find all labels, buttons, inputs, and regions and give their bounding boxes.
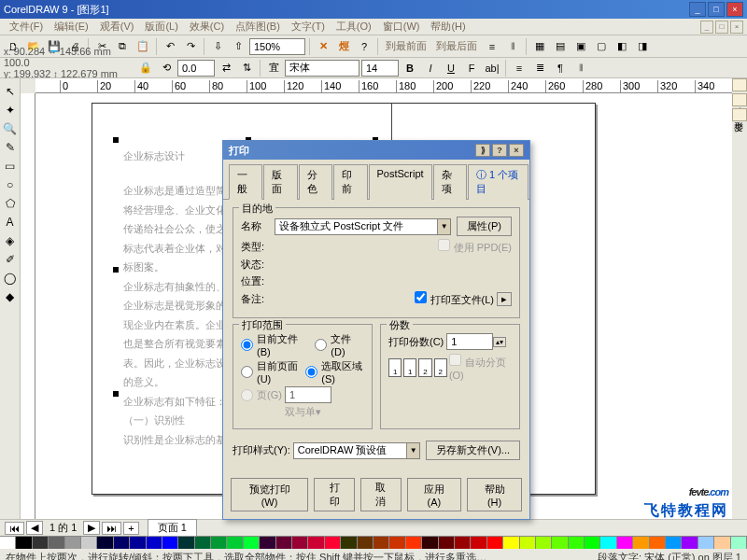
color-swatch[interactable]	[49, 537, 64, 549]
color-swatch[interactable]	[33, 537, 49, 549]
to-back-label[interactable]: 到最后面	[432, 39, 481, 53]
print-style-combo[interactable]: CorelDRAW 预设值 ▼	[293, 442, 420, 459]
color-swatch[interactable]	[178, 537, 194, 549]
color-swatch[interactable]	[406, 537, 422, 549]
menu-effects[interactable]: 效果(C)	[184, 20, 230, 34]
color-swatch[interactable]	[585, 537, 600, 549]
print-to-file-checkbox[interactable]: 打印至文件(L)	[415, 291, 494, 307]
fontsize-combo[interactable]: 14	[361, 60, 399, 77]
menu-layout[interactable]: 版面(L)	[139, 20, 183, 34]
color-swatch[interactable]	[633, 537, 649, 549]
color-swatch[interactable]	[650, 537, 666, 549]
menu-view[interactable]: 观看(V)	[94, 20, 140, 34]
break-icon[interactable]: ▢	[592, 37, 611, 56]
freehand-tool-icon[interactable]: ✎	[0, 138, 20, 157]
color-swatch[interactable]	[227, 537, 243, 549]
weld-icon[interactable]: ◨	[633, 37, 652, 56]
outline-tool-icon[interactable]: ◯	[0, 269, 20, 287]
lock-ratio-icon[interactable]: 🔒	[136, 59, 155, 77]
last-page-icon[interactable]: ⏭	[102, 522, 121, 535]
underline-icon[interactable]: U	[442, 59, 460, 77]
color-swatch[interactable]	[97, 537, 113, 549]
color-swatch[interactable]	[682, 537, 698, 549]
close-button[interactable]: ×	[726, 2, 743, 17]
menu-edit[interactable]: 编辑(E)	[49, 20, 94, 34]
mirror-v-icon[interactable]: ⇅	[237, 59, 256, 77]
color-swatch[interactable]	[731, 537, 747, 549]
dropdown-icon[interactable]: ▼	[406, 443, 419, 458]
preview-button[interactable]: 预览打印(W)	[231, 478, 308, 511]
redo-icon[interactable]: ↷	[181, 37, 200, 56]
tab-prepress[interactable]: 印前	[333, 164, 367, 200]
align-left-icon[interactable]: ≡	[510, 59, 529, 77]
zoom-tool-icon[interactable]: 🔍	[0, 119, 20, 138]
file-browse-icon[interactable]: ▸	[497, 292, 512, 306]
menu-window[interactable]: 窗口(W)	[377, 20, 426, 34]
color-swatch[interactable]	[439, 537, 455, 549]
combine-icon[interactable]: ▣	[571, 37, 590, 56]
font-combo[interactable]: 宋体	[285, 60, 359, 77]
color-swatch[interactable]	[325, 537, 341, 549]
interactive-tool-icon[interactable]: ◈	[0, 231, 20, 250]
color-swatch[interactable]	[65, 537, 81, 549]
add-page-icon[interactable]: +	[123, 522, 138, 535]
format-icon[interactable]: F	[462, 59, 481, 77]
dropdown-icon[interactable]: ▼	[437, 219, 450, 234]
color-swatch[interactable]	[114, 537, 130, 549]
nonprint-icon[interactable]: ¶	[551, 59, 570, 77]
color-swatch[interactable]	[471, 537, 486, 549]
printer-name-combo[interactable]: 设备独立式 PostScript 文件 ▼	[275, 218, 451, 235]
menu-bitmap[interactable]: 点阵图(B)	[230, 20, 286, 34]
fill-docker-tab[interactable]: 特殊填色	[732, 93, 747, 106]
minimize-button[interactable]: _	[689, 2, 706, 17]
dialog-toggle-icon[interactable]: ⟫	[475, 144, 490, 157]
export-icon[interactable]: ⇧	[229, 37, 247, 56]
mdi-minimize[interactable]: _	[700, 21, 713, 34]
color-swatch[interactable]	[422, 537, 438, 549]
color-swatch[interactable]	[455, 537, 471, 549]
distribute-icon[interactable]: ⫴	[503, 37, 522, 56]
maximize-button[interactable]: □	[708, 2, 725, 17]
color-swatch[interactable]	[195, 537, 211, 549]
fill-tool-icon[interactable]: ◆	[0, 287, 20, 306]
paste-icon[interactable]: 📋	[134, 37, 152, 56]
dialog-titlebar[interactable]: 打印 ⟫ ? ×	[223, 141, 529, 160]
color-swatch[interactable]	[81, 537, 97, 549]
color-swatch[interactable]	[130, 537, 146, 549]
current-doc-radio[interactable]	[241, 339, 253, 351]
edit-text-icon[interactable]: ab|	[483, 59, 501, 77]
snap-icon[interactable]: ✕	[314, 37, 332, 56]
mdi-close[interactable]: ×	[730, 21, 743, 34]
color-swatch[interactable]	[260, 537, 275, 549]
color-swatch[interactable]	[714, 537, 730, 549]
color-swatch[interactable]	[536, 537, 552, 549]
color-swatch[interactable]	[552, 537, 568, 549]
rectangle-tool-icon[interactable]: ▭	[0, 157, 20, 175]
color-docker-tab[interactable]: 色彩	[732, 78, 747, 91]
apply-button[interactable]: 应用(A)	[407, 478, 461, 511]
color-swatch[interactable]	[569, 537, 585, 549]
page-tab[interactable]: 页面 1	[148, 519, 197, 537]
help-icon[interactable]: ?	[355, 37, 374, 56]
color-swatch[interactable]	[600, 537, 616, 549]
mirror-h-icon[interactable]: ⇄	[217, 59, 235, 77]
tab-info[interactable]: ⓘ 1 个项目	[468, 164, 529, 200]
mdi-restore[interactable]: □	[715, 21, 728, 34]
dialog-help-icon[interactable]: ?	[492, 144, 507, 157]
eyedropper-tool-icon[interactable]: ✐	[0, 250, 20, 269]
print-button[interactable]: 打印	[314, 478, 355, 511]
ellipse-tool-icon[interactable]: ○	[0, 175, 20, 194]
properties-button[interactable]: 属性(P)	[457, 217, 512, 236]
group-icon[interactable]: ▦	[530, 37, 549, 56]
color-swatch[interactable]	[147, 537, 162, 549]
color-swatch[interactable]	[211, 537, 227, 549]
help-button[interactable]: 帮助(H)	[467, 478, 522, 511]
prev-page-icon[interactable]: ◀	[26, 521, 43, 535]
tab-general[interactable]: 一般	[229, 164, 262, 200]
ungroup-icon[interactable]: ▤	[551, 37, 570, 56]
dialog-close-icon[interactable]: ×	[509, 144, 524, 157]
to-front-label[interactable]: 到最前面	[382, 39, 430, 53]
rotate-icon[interactable]: ⟲	[157, 59, 176, 77]
save-style-button[interactable]: 另存新文件(V)...	[426, 441, 520, 460]
first-page-icon[interactable]: ⏮	[5, 522, 24, 535]
